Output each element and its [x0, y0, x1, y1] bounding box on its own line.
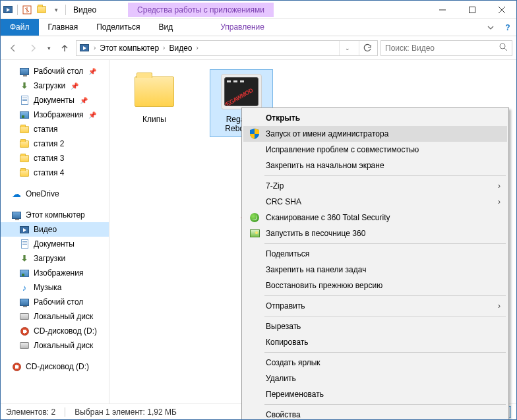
- svg-line-6: [504, 48, 507, 51]
- location-icon: [79, 43, 90, 53]
- ctx-separator: [264, 352, 506, 353]
- pin-icon: 📌: [88, 68, 96, 75]
- navigation-pane: Рабочий стол📌 ⬇Загрузки📌 Документы📌 Изоб…: [1, 60, 109, 404]
- nav-downloads[interactable]: ⬇Загрузки: [1, 251, 109, 266]
- svg-line-4: [499, 7, 505, 13]
- ctx-separator: [264, 295, 506, 296]
- chevron-right-icon: ›: [498, 197, 501, 206]
- address-bar[interactable]: › Этот компьютер › Видео › ⌄: [76, 40, 378, 56]
- address-dropdown-icon[interactable]: ⌄: [339, 41, 355, 55]
- svg-rect-2: [469, 7, 475, 13]
- ctx-cut[interactable]: Вырезать: [243, 318, 507, 334]
- nav-cd-drive-1[interactable]: CD-дисковод (D:): [1, 324, 109, 338]
- search-input[interactable]: [385, 44, 495, 53]
- ctx-360-scan[interactable]: Сканирование с 360 Total Security: [243, 210, 507, 225]
- tab-file[interactable]: Файл: [1, 19, 39, 36]
- quick-documents[interactable]: Документы📌: [1, 93, 109, 107]
- nav-videos[interactable]: Видео: [1, 222, 109, 237]
- ctx-delete[interactable]: Удалить: [243, 371, 507, 386]
- ctx-share[interactable]: Поделиться: [243, 246, 507, 262]
- pin-icon: 📌: [80, 97, 88, 104]
- qat-dropdown-icon[interactable]: ▾: [49, 7, 63, 13]
- ctx-restore-version[interactable]: Восстановить прежнюю версию: [243, 278, 507, 293]
- nav-this-pc[interactable]: Этот компьютер: [1, 208, 109, 222]
- ctx-run-as-admin[interactable]: Запуск от имени администратора: [243, 126, 507, 142]
- breadcrumb-current[interactable]: Видео: [169, 44, 192, 53]
- forward-button[interactable]: [24, 40, 42, 57]
- titlebar: ▾ Видео Средства работы с приложениями: [1, 1, 516, 19]
- pin-icon: 📌: [88, 111, 96, 119]
- exe-icon: [218, 73, 265, 111]
- nav-onedrive[interactable]: ☁OneDrive: [1, 187, 109, 201]
- qat-new-folder-icon[interactable]: [34, 6, 49, 13]
- help-icon[interactable]: ?: [499, 19, 516, 36]
- search-box[interactable]: [380, 40, 512, 56]
- ctx-separator: [264, 316, 506, 316]
- quick-folder-4[interactable]: статия 4: [1, 165, 109, 180]
- refresh-icon[interactable]: [359, 41, 375, 55]
- tab-share[interactable]: Поделиться: [87, 19, 149, 36]
- ctx-pin-taskbar[interactable]: Закрепить на панели задач: [243, 262, 507, 278]
- ctx-compat-troubleshoot[interactable]: Исправление проблем с совместимостью: [243, 142, 507, 158]
- tab-manage[interactable]: Управление: [211, 19, 274, 36]
- close-button[interactable]: [487, 1, 516, 19]
- nav-local-disk-2[interactable]: Локальный диск: [1, 338, 109, 353]
- qat-properties-icon[interactable]: [20, 5, 34, 15]
- tab-view[interactable]: Вид: [149, 19, 182, 36]
- quick-downloads[interactable]: ⬇Загрузки📌: [1, 78, 109, 93]
- quick-folder-3[interactable]: статия 3: [1, 151, 109, 165]
- breadcrumb-root[interactable]: Этот компьютер: [100, 44, 159, 53]
- nav-pictures[interactable]: Изображения: [1, 266, 109, 280]
- back-button[interactable]: [5, 40, 22, 57]
- scan-icon: [249, 212, 260, 224]
- ctx-crc-sha[interactable]: CRC SHA›: [243, 194, 507, 210]
- ctx-open[interactable]: Открыть: [243, 110, 507, 126]
- maximize-button[interactable]: [457, 1, 487, 19]
- app-icon: [1, 5, 15, 15]
- ctx-separator: [264, 243, 506, 244]
- address-bar-row: ▾ › Этот компьютер › Видео › ⌄: [1, 36, 516, 60]
- ribbon-tabs: Файл Главная Поделиться Вид Управление ?: [1, 19, 516, 36]
- history-dropdown[interactable]: ▾: [44, 40, 53, 57]
- chevron-right-icon[interactable]: ›: [196, 44, 198, 51]
- contextual-tab-label: Средства работы с приложениями: [128, 3, 274, 17]
- qat-separator: [17, 5, 18, 15]
- svg-line-3: [499, 7, 505, 13]
- nav-documents[interactable]: Документы: [1, 237, 109, 251]
- quick-folder-2[interactable]: статия 2: [1, 136, 109, 151]
- item-label: Клипы: [126, 115, 183, 124]
- chevron-right-icon[interactable]: ›: [94, 44, 96, 51]
- quick-folder-1[interactable]: статия: [1, 122, 109, 136]
- ctx-360-sandbox[interactable]: Запустить в песочнице 360: [243, 225, 507, 241]
- chevron-right-icon: ›: [498, 181, 501, 191]
- search-icon[interactable]: [499, 42, 508, 53]
- status-selection: Выбран 1 элемент: 1,92 МБ: [75, 407, 177, 417]
- ctx-properties[interactable]: Свойства: [243, 407, 507, 420]
- nav-desktop[interactable]: Рабочий стол: [1, 295, 109, 309]
- ctx-copy[interactable]: Копировать: [243, 334, 507, 350]
- ctx-create-shortcut[interactable]: Создать ярлык: [243, 355, 507, 371]
- tab-home[interactable]: Главная: [39, 19, 88, 36]
- status-item-count: Элементов: 2: [6, 407, 55, 417]
- item-folder[interactable]: Клипы: [123, 69, 186, 127]
- ribbon-expand-icon[interactable]: [482, 19, 499, 36]
- context-menu: Открыть Запуск от имени администратора И…: [241, 107, 509, 420]
- window-title: Видео: [68, 5, 102, 15]
- folder-icon: [131, 73, 178, 111]
- ctx-7zip[interactable]: 7-Zip›: [243, 178, 507, 194]
- shield-icon: [249, 128, 260, 140]
- svg-point-5: [500, 44, 505, 49]
- minimize-button[interactable]: [427, 1, 457, 19]
- nav-music[interactable]: ♪Музыка: [1, 280, 109, 295]
- ctx-rename[interactable]: Переименовать: [243, 386, 507, 402]
- nav-cd-drive-2[interactable]: CD-дисковод (D:): [1, 359, 109, 374]
- chevron-right-icon[interactable]: ›: [163, 44, 165, 51]
- quick-desktop[interactable]: Рабочий стол📌: [1, 64, 109, 78]
- quick-pictures[interactable]: Изображения📌: [1, 107, 109, 122]
- up-button[interactable]: [56, 40, 73, 57]
- ctx-send-to[interactable]: Отправить›: [243, 298, 507, 314]
- ctx-pin-start[interactable]: Закрепить на начальном экране: [243, 158, 507, 173]
- cloud-icon: ☁: [11, 189, 22, 199]
- nav-local-disk-1[interactable]: Локальный диск: [1, 309, 109, 324]
- qat-separator-2: [65, 5, 66, 15]
